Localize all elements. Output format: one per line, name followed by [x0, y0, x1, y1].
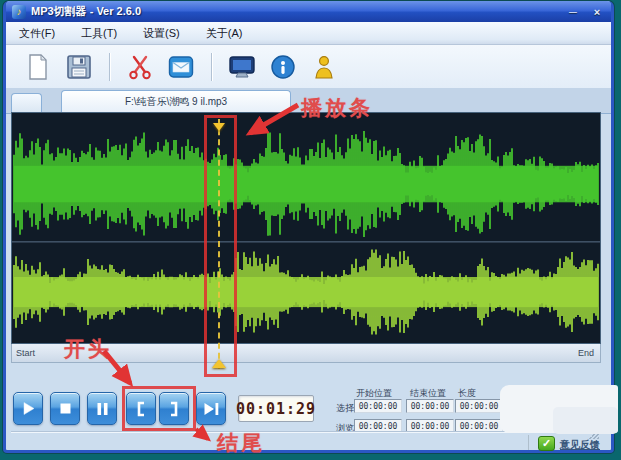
feedback-link[interactable]: 意见反馈: [560, 438, 600, 452]
screenshot-root: { "window": { "title": "MP3切割器 - Ver 2.6…: [0, 0, 621, 460]
mark-start-button[interactable]: [126, 392, 156, 425]
tab-stub[interactable]: [11, 93, 42, 113]
row-label-selection: 选择: [336, 402, 354, 415]
title-bar[interactable]: ♪ MP3切割器 - Ver 2.6.0 ─ ×: [6, 1, 611, 22]
play-selection-button[interactable]: [196, 392, 226, 425]
pause-icon: [96, 402, 109, 416]
footer-separator: [528, 435, 529, 450]
waveform-graph: [12, 113, 600, 343]
toolbar: [6, 45, 611, 89]
info-icon: [270, 54, 296, 80]
selection-start-field[interactable]: 00:00:00: [354, 399, 402, 413]
feedback-check-icon: ✓: [538, 436, 555, 451]
waveform-display[interactable]: [11, 112, 601, 344]
ruler-end-label: End: [578, 348, 594, 358]
cut-button[interactable]: [124, 51, 156, 83]
mark-end-button[interactable]: [159, 392, 189, 425]
play-selection-icon: [203, 402, 220, 416]
active-file-tab[interactable]: F:\纯音乐\潮鸣 9 il.mp3: [61, 90, 291, 113]
app-icon: ♪: [12, 5, 26, 19]
playhead-bottom-handle-icon[interactable]: [212, 359, 226, 368]
stop-button[interactable]: [50, 392, 80, 425]
menu-bar: 文件(F) 工具(T) 设置(S) 关于(A): [6, 22, 611, 45]
playhead-marker[interactable]: [218, 119, 220, 369]
user-button[interactable]: [308, 51, 340, 83]
info-button[interactable]: [267, 51, 299, 83]
waveform-ruler[interactable]: Start End: [11, 344, 601, 363]
row-label-browse: 浏览: [336, 422, 354, 435]
monitor-icon: [228, 54, 256, 80]
time-display: 00:01:29: [238, 395, 314, 422]
mark-end-bracket-icon: [167, 401, 181, 417]
close-button[interactable]: ×: [589, 6, 605, 18]
toolbar-separator: [109, 53, 110, 81]
whiteout-blob: [553, 407, 618, 434]
pause-button[interactable]: [87, 392, 117, 425]
new-file-icon: [26, 54, 50, 80]
menu-settings[interactable]: 设置(S): [140, 24, 183, 43]
user-icon: [312, 54, 336, 80]
cut-scissors-icon: [127, 54, 153, 80]
window-title: MP3切割器 - Ver 2.6.0: [31, 4, 141, 19]
save-icon: [66, 54, 92, 80]
save-button[interactable]: [63, 51, 95, 83]
selection-end-field[interactable]: 00:00:00: [406, 399, 454, 413]
new-file-button[interactable]: [22, 51, 54, 83]
play-icon: [21, 401, 36, 416]
menu-file[interactable]: 文件(F): [16, 24, 58, 43]
monitor-button[interactable]: [226, 51, 258, 83]
menu-tools[interactable]: 工具(T): [78, 24, 120, 43]
playhead-top-handle-icon[interactable]: [213, 123, 225, 131]
envelope-button[interactable]: [165, 51, 197, 83]
tab-strip: F:\纯音乐\潮鸣 9 il.mp3: [6, 88, 611, 114]
envelope-icon: [168, 54, 194, 80]
minimize-button[interactable]: ─: [565, 6, 581, 18]
toolbar-separator: [211, 53, 212, 81]
mark-start-bracket-icon: [134, 401, 148, 417]
play-button[interactable]: [13, 392, 43, 425]
menu-about[interactable]: 关于(A): [203, 24, 246, 43]
ruler-start-label: Start: [16, 348, 35, 358]
stop-icon: [59, 402, 72, 415]
selection-length-field[interactable]: 00:00:00: [455, 399, 503, 413]
